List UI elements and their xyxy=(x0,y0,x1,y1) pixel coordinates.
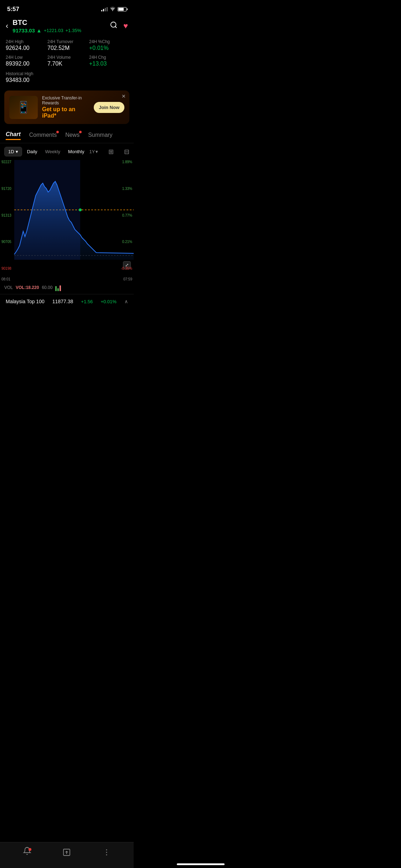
bottom-ticker-price: 11877.38 xyxy=(52,299,73,304)
ticker-price-row: 91733.03 ▲ +1221.03 +1.35% xyxy=(12,27,106,33)
y-label-top: 92227 xyxy=(1,160,11,164)
vol-bar xyxy=(60,285,61,291)
period-1y-dropdown[interactable]: 1Y▾ xyxy=(89,149,98,154)
y-label-low1: 90705 xyxy=(1,240,11,244)
chart-area: 92227 91720 91313 90705 90198 1.89% 1.33… xyxy=(0,160,134,281)
header: ‹ BTC 91733.03 ▲ +1221.03 +1.35% ♥ xyxy=(0,16,134,36)
vol-label: VOL xyxy=(4,285,13,290)
signal-icon xyxy=(101,7,108,11)
ad-image: 📱 xyxy=(9,96,38,119)
stat-24h-low: 24H Low 89392.00 xyxy=(6,55,45,67)
tab-summary[interactable]: Summary xyxy=(88,132,112,140)
bottom-ticker-name: Malaysia Top 100 xyxy=(6,299,45,304)
y-label-mid: 91313 xyxy=(1,213,11,217)
svg-point-5 xyxy=(79,208,82,211)
chart-svg xyxy=(0,160,134,270)
chart-y-labels-left: 92227 91720 91313 90705 90198 xyxy=(1,160,11,270)
join-now-button[interactable]: Join Now xyxy=(94,102,124,113)
ad-banner: ✕ 📱 Exclusive Transfer-in Rewards Get up… xyxy=(4,91,129,124)
stats-grid: 24H High 92624.00 24H Turnover 702.52M 2… xyxy=(0,36,134,70)
y-pct-mid: 0.77% xyxy=(121,213,132,217)
stat-24h-pct-chg: 24H %Chg +0.01% xyxy=(89,39,128,51)
period-daily-button[interactable]: Daily xyxy=(24,147,40,156)
chart-controls: 1D ▾ Daily Weekly Monthly 1Y▾ ⊞ ⊟ xyxy=(0,143,134,160)
stat-24h-vol: 24H Volume 7.70K xyxy=(47,55,86,67)
chart-grid-tool[interactable]: ⊟ xyxy=(124,148,129,156)
battery-icon xyxy=(118,7,127,11)
ticker-price: 91733.03 ▲ xyxy=(12,27,42,33)
period-monthly-button[interactable]: Monthly xyxy=(65,147,87,156)
volume-section: VOL VOL:18.220 60.00 xyxy=(0,281,134,294)
y-pct-top: 1.89% xyxy=(121,160,132,164)
ad-title: Get up to an iPad* xyxy=(42,106,89,119)
ticker-change: +1221.03 xyxy=(44,28,63,33)
bottom-ticker[interactable]: Malaysia Top 100 11877.38 +1.56 +0.01% ∧ xyxy=(0,294,134,309)
stat-24h-turnover: 24H Turnover 702.52M xyxy=(47,39,86,51)
period-1d-button[interactable]: 1D ▾ xyxy=(4,147,22,156)
y-pct-bottom: -0.35% xyxy=(121,267,132,270)
bottom-ticker-expand-icon[interactable]: ∧ xyxy=(124,299,128,304)
vol-value: VOL:18.220 xyxy=(16,285,39,290)
ticker-info: BTC 91733.03 ▲ +1221.03 +1.35% xyxy=(12,19,106,33)
tab-chart[interactable]: Chart xyxy=(6,131,21,140)
status-time: 5:57 xyxy=(7,6,19,13)
volume-bars xyxy=(55,284,129,291)
stat-24h-chg: 24H Chg +13.03 xyxy=(89,55,128,67)
vol-base: 60.00 xyxy=(42,285,52,290)
search-button[interactable] xyxy=(110,21,118,31)
historical-high-section: Historical High 93483.00 xyxy=(0,70,134,88)
status-bar: 5:57 xyxy=(0,0,134,16)
tabs-bar: Chart Comments News Summary xyxy=(0,127,134,143)
y-pct-low1: 0.21% xyxy=(121,240,132,244)
chart-y-labels-right: 1.89% 1.33% 0.77% 0.21% -0.35% xyxy=(121,160,132,270)
ad-subtitle: Exclusive Transfer-in Rewards xyxy=(42,95,89,105)
chart-candle-tool[interactable]: ⊞ xyxy=(108,148,114,156)
y-label-ref: 91720 xyxy=(1,187,11,191)
chart-time-start: 08:01 xyxy=(1,277,10,281)
ad-close-button[interactable]: ✕ xyxy=(122,93,126,99)
favorite-button[interactable]: ♥ xyxy=(123,21,128,31)
svg-point-0 xyxy=(111,22,116,27)
vol-bar xyxy=(57,288,59,291)
back-button[interactable]: ‹ xyxy=(6,21,8,31)
y-label-bottom: 90198 xyxy=(1,267,11,270)
comments-notification-dot xyxy=(56,131,59,133)
tab-comments[interactable]: Comments xyxy=(29,132,57,140)
ticker-change-pct: +1.35% xyxy=(66,28,81,33)
tab-news[interactable]: News xyxy=(65,132,79,140)
wifi-icon xyxy=(110,6,115,12)
y-pct-ref: 1.33% xyxy=(121,187,132,191)
news-notification-dot xyxy=(79,131,82,133)
ticker-name: BTC xyxy=(12,19,106,27)
ad-content: Exclusive Transfer-in Rewards Get up to … xyxy=(42,95,89,119)
stat-24h-high: 24H High 92624.00 xyxy=(6,39,45,51)
period-weekly-button[interactable]: Weekly xyxy=(42,147,63,156)
vol-bar xyxy=(55,286,57,291)
chart-timestamps: 08:01 07:59 xyxy=(0,277,134,281)
svg-line-1 xyxy=(115,26,117,28)
bottom-ticker-change2: +0.01% xyxy=(101,299,116,304)
header-actions: ♥ xyxy=(110,21,128,31)
bottom-ticker-change1: +1.56 xyxy=(81,299,93,304)
chart-time-end: 07:59 xyxy=(123,277,132,281)
status-icons xyxy=(101,6,127,12)
